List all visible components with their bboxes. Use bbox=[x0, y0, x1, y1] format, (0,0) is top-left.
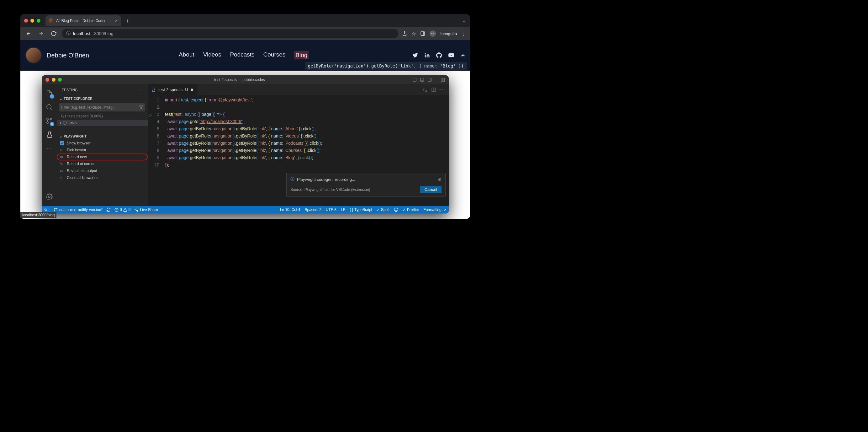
svg-point-17 bbox=[47, 118, 49, 120]
filter-icon[interactable] bbox=[139, 105, 143, 110]
nav-link-blog[interactable]: Blog bbox=[294, 51, 309, 59]
problems-indicator[interactable]: 0 0 bbox=[115, 207, 130, 212]
tab-favicon bbox=[49, 18, 54, 23]
search-activity[interactable] bbox=[42, 100, 57, 114]
panel-bottom-icon[interactable] bbox=[420, 78, 424, 82]
tree-item-tests[interactable]: › tests bbox=[57, 120, 148, 126]
browser-toolbar: ⓘ localhost:3000/blog ☆ 👓 Incognito ⋮ bbox=[20, 27, 470, 40]
address-bar[interactable]: ⓘ localhost:3000/blog bbox=[62, 29, 398, 38]
reveal-output-button[interactable]: ▭ Reveal test output bbox=[57, 167, 148, 174]
side-panel-icon[interactable] bbox=[420, 31, 425, 36]
cancel-button[interactable]: Cancel bbox=[420, 186, 441, 193]
filter-row bbox=[59, 103, 145, 111]
url-path: :3000/blog bbox=[93, 31, 113, 36]
sidebar-title: TESTING bbox=[62, 88, 78, 92]
gear-icon[interactable]: ⚙ bbox=[438, 177, 441, 182]
prettier-indicator[interactable]: ✓ Prettier bbox=[403, 207, 419, 212]
close-tab-icon[interactable]: × bbox=[115, 18, 118, 23]
reload-button[interactable] bbox=[49, 31, 58, 36]
github-icon[interactable] bbox=[436, 52, 442, 58]
bookmark-icon[interactable]: ☆ bbox=[411, 31, 416, 37]
theme-toggle-icon[interactable]: ☀ bbox=[461, 52, 465, 58]
remote-indicator[interactable] bbox=[42, 207, 50, 212]
record-new-button[interactable]: ⊕ Record new bbox=[57, 153, 148, 161]
run-test-glyph[interactable]: ▷ bbox=[149, 112, 152, 117]
sidebar-more-icon[interactable]: ⋯ bbox=[139, 88, 143, 92]
show-browser-checkbox[interactable]: Show browser bbox=[57, 140, 148, 147]
nav-link-podcasts[interactable]: Podcasts bbox=[230, 51, 254, 59]
site-info-icon[interactable]: ⓘ bbox=[66, 31, 70, 36]
close-browsers-button[interactable]: × Close all browsers bbox=[57, 174, 148, 181]
url-host: localhost bbox=[73, 31, 90, 36]
cursor-position[interactable]: Ln 10, Col 4 bbox=[280, 207, 301, 212]
branch-indicator[interactable]: udate-wait-netlify-version* bbox=[54, 207, 102, 212]
share-icon[interactable] bbox=[402, 31, 407, 36]
panel-left-icon[interactable] bbox=[412, 78, 417, 82]
svg-line-37 bbox=[136, 210, 137, 211]
record-at-cursor-button[interactable]: ✎ Record at cursor bbox=[57, 161, 148, 167]
tree-label: tests bbox=[69, 120, 76, 125]
sync-indicator[interactable] bbox=[106, 207, 111, 212]
formatting-indicator[interactable]: Formatting: ✓ bbox=[423, 207, 447, 212]
panel-right-icon[interactable] bbox=[427, 78, 432, 82]
filter-input[interactable] bbox=[61, 105, 139, 110]
record-cursor-label: Record at cursor bbox=[67, 162, 95, 166]
checkbox[interactable] bbox=[60, 141, 64, 145]
notification-source: Source: Playwright Test for VSCode (Exte… bbox=[290, 188, 370, 192]
test-status-icon bbox=[63, 121, 67, 125]
section-label: TEST EXPLORER bbox=[64, 97, 93, 100]
layout-icon[interactable] bbox=[441, 78, 445, 82]
avatar[interactable] bbox=[25, 47, 42, 63]
youtube-icon[interactable] bbox=[448, 52, 454, 58]
liveshare-indicator[interactable]: Live Share bbox=[134, 207, 158, 212]
linkedin-icon[interactable] bbox=[424, 52, 430, 58]
vscode-maximize-button[interactable] bbox=[58, 78, 62, 82]
nav-link-about[interactable]: About bbox=[179, 51, 194, 59]
gutter: 12345678910 bbox=[148, 95, 165, 206]
chevron-down-icon: ⌄ bbox=[59, 134, 62, 139]
test-explorer-section[interactable]: ⌄ TEST EXPLORER bbox=[57, 95, 148, 102]
vscode-close-button[interactable] bbox=[45, 78, 49, 82]
url-hover-tooltip: localhost:3000/blog bbox=[20, 212, 57, 218]
minimize-window-button[interactable] bbox=[30, 19, 34, 23]
pick-locator-button[interactable]: ⌖ Pick locator bbox=[57, 147, 148, 153]
incognito-icon: 👓 bbox=[430, 30, 436, 37]
tab-overflow-icon[interactable]: ⌄ bbox=[463, 18, 466, 23]
vscode-minimize-button[interactable] bbox=[52, 78, 56, 82]
notification-header: ⓘ Playwright codegen: recording... ⚙ bbox=[290, 176, 441, 182]
eol-indicator[interactable]: LF bbox=[341, 207, 345, 212]
forward-button[interactable] bbox=[37, 31, 45, 36]
more-activity[interactable]: ⋯ bbox=[42, 142, 57, 155]
split-editor-icon[interactable] bbox=[431, 87, 436, 92]
nav-link-videos[interactable]: Videos bbox=[203, 51, 221, 59]
editor-more-icon[interactable]: ⋯ bbox=[440, 87, 445, 93]
twitter-icon[interactable] bbox=[412, 52, 418, 58]
language-indicator[interactable]: { } TypeScript bbox=[350, 207, 372, 212]
browser-tab[interactable]: All Blog Posts · Debbie Codes × bbox=[45, 16, 121, 26]
menu-icon[interactable]: ⋮ bbox=[461, 31, 466, 37]
maximize-window-button[interactable] bbox=[37, 19, 40, 23]
section-playwright[interactable]: ⌄ PLAYWRIGHT bbox=[57, 133, 148, 140]
svg-point-27 bbox=[54, 210, 55, 211]
encoding-indicator[interactable]: UTF-8 bbox=[326, 207, 337, 212]
editor-tab[interactable]: test-2.spec.ts U bbox=[148, 84, 197, 95]
new-tab-button[interactable]: ＋ bbox=[124, 17, 130, 25]
settings-activity[interactable] bbox=[42, 190, 57, 203]
indent-indicator[interactable]: Spaces: 2 bbox=[305, 207, 321, 212]
testing-sidebar: TESTING ⋯ ⌄ TEST EXPLORER 0/1 tests pass… bbox=[57, 84, 148, 206]
nav-link-courses[interactable]: Courses bbox=[264, 51, 286, 59]
scm-activity[interactable]: 5 bbox=[42, 114, 57, 127]
close-window-button[interactable] bbox=[24, 19, 28, 23]
output-icon: ▭ bbox=[60, 169, 64, 173]
testing-activity[interactable] bbox=[42, 128, 57, 141]
site-name[interactable]: Debbie O'Brien bbox=[47, 52, 89, 59]
social-links: ☀ bbox=[412, 52, 465, 58]
vscode-body: 1 5 ⋯ TESTING ⋯ ⌄ TEST bbox=[42, 84, 449, 206]
compare-icon[interactable] bbox=[423, 87, 427, 92]
feedback-icon[interactable] bbox=[394, 207, 398, 212]
back-button[interactable] bbox=[24, 31, 33, 36]
sidebar-header: TESTING ⋯ bbox=[57, 84, 148, 95]
explorer-activity[interactable]: 1 bbox=[42, 87, 57, 100]
spell-indicator[interactable]: ✓ Spell bbox=[377, 207, 390, 212]
activity-bar: 1 5 ⋯ bbox=[42, 84, 57, 206]
